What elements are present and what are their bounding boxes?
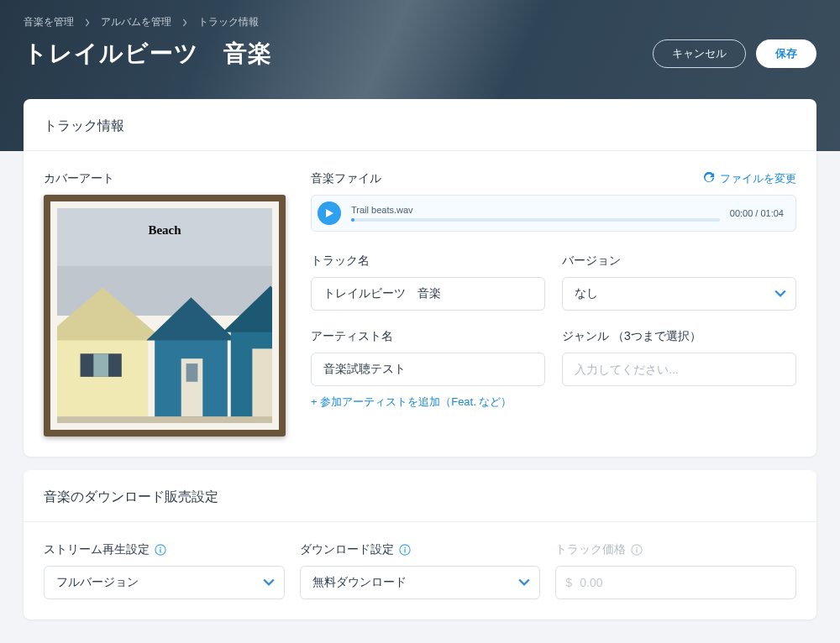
label-cover-art: カバーアート [44,171,287,186]
svg-rect-2 [57,332,148,423]
svg-rect-12 [252,348,272,418]
svg-point-16 [160,547,161,549]
svg-rect-13 [57,416,272,423]
track-name-input[interactable] [311,277,545,311]
page-title: トレイルビーツ 音楽 [24,38,272,70]
change-file-link[interactable]: ファイルを変更 [703,171,796,186]
price-input [555,566,796,599]
label-stream-text: ストリーム再生設定 [44,542,150,557]
cover-art[interactable]: Beach [44,195,286,437]
info-icon [631,544,643,556]
breadcrumb-current: トラック情報 [198,15,259,29]
label-download-text: ダウンロード設定 [300,542,394,557]
label-download: ダウンロード設定 [300,542,541,557]
svg-marker-14 [326,209,333,217]
cover-caption: Beach [57,223,272,238]
genre-input[interactable] [562,353,796,386]
change-file-label: ファイルを変更 [720,171,796,186]
svg-rect-9 [186,363,198,382]
label-artist: アーティスト名 [311,329,545,344]
info-icon[interactable] [399,544,411,556]
section-title-track-info: トラック情報 [24,99,816,151]
audio-time: 00:00 / 01:04 [730,208,784,218]
stream-select[interactable] [44,566,285,599]
audio-filename: Trail beats.wav [351,205,720,215]
label-genre: ジャンル （3つまで選択） [562,329,796,344]
svg-point-19 [404,547,406,549]
label-version: バージョン [562,254,796,269]
svg-rect-23 [637,549,638,552]
chevron-right-icon [84,18,91,27]
progress-bar[interactable] [351,218,720,222]
play-button[interactable] [318,201,341,225]
label-stream: ストリーム再生設定 [44,542,285,557]
chevron-right-icon [181,18,188,27]
download-select[interactable] [300,566,541,599]
version-select[interactable] [562,277,796,311]
svg-rect-17 [160,549,160,552]
label-price-text: トラック価格 [555,542,626,557]
svg-point-22 [636,547,638,549]
info-icon[interactable] [155,544,166,556]
breadcrumb-item[interactable]: 音楽を管理 [24,15,74,29]
section-title-sales: 音楽のダウンロード販売設定 [24,470,816,522]
audio-player: Trail beats.wav 00:00 / 01:04 [311,195,796,232]
label-music-file: 音楽ファイル [311,171,381,186]
svg-rect-5 [93,353,108,377]
refresh-icon [703,172,715,186]
label-price: トラック価格 [555,542,796,557]
add-featured-artist-link[interactable]: + 参加アーティストを追加（Feat. など） [311,395,545,410]
label-track-name: トラック名 [311,254,545,269]
breadcrumb-item[interactable]: アルバムを管理 [101,15,171,29]
cancel-button[interactable]: キャンセル [653,39,746,68]
breadcrumbs: 音楽を管理 アルバムを管理 トラック情報 [0,0,840,29]
svg-rect-20 [404,549,405,552]
currency-symbol: $ [565,576,572,589]
save-button[interactable]: 保存 [756,39,816,68]
artist-name-input[interactable] [311,353,545,386]
